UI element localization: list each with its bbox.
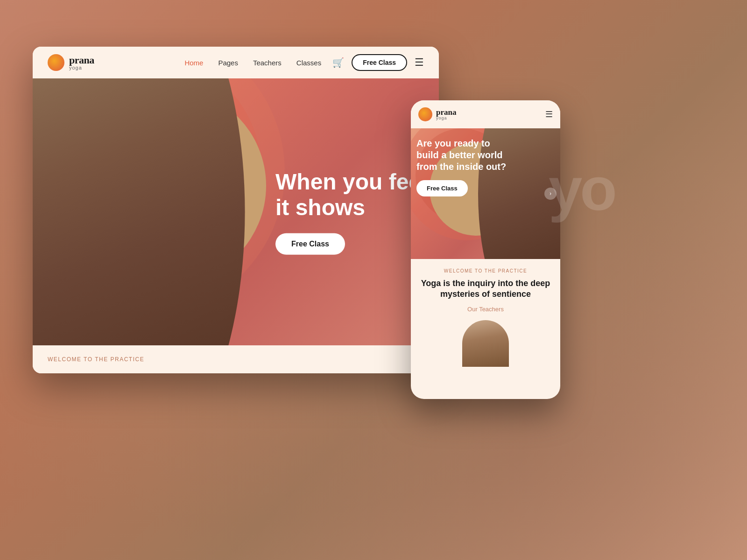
desktop-bottom: Welcome To The Practice [33, 345, 439, 373]
hero-person [33, 78, 256, 345]
mobile-logo-icon [418, 107, 432, 121]
nav-link-home[interactable]: Home [184, 59, 203, 67]
desktop-nav-links: Home Pages Teachers Classes [184, 59, 321, 67]
logo-icon [48, 54, 64, 71]
logo-name: prana [69, 55, 94, 65]
bg-yo-text: yo [549, 154, 615, 224]
mobile-free-class-button[interactable]: Free Class [416, 180, 468, 196]
nav-link-pages[interactable]: Pages [218, 59, 238, 67]
mobile-hero: Are you ready to build a better world fr… [411, 128, 560, 259]
nav-link-teachers[interactable]: Teachers [253, 59, 282, 67]
hero-text-area: When you fee it shows Free Class [275, 169, 425, 255]
mobile-hero-text: Are you ready to build a better world fr… [416, 138, 510, 196]
mobile-logo-name: prana [436, 108, 456, 116]
mobile-content: Welcome To The Practice Yoga is the inqu… [411, 259, 560, 374]
nav-link-classes[interactable]: Classes [296, 59, 321, 67]
mobile-welcome-label: Welcome To The Practice [418, 268, 553, 273]
desktop-mockup: prana yoga Home Pages Teachers Classes 🛒… [33, 47, 439, 373]
mobile-logo[interactable]: prana yoga [418, 107, 456, 121]
mobile-teacher-photo [462, 320, 509, 367]
hero-heading: When you fee it shows [275, 169, 425, 220]
mobile-mockup: prana yoga ☰ Are you ready to build a be… [411, 100, 560, 399]
logo-sub: yoga [69, 65, 94, 70]
desktop-hero: When you fee it shows Free Class [33, 78, 439, 345]
desktop-navbar: prana yoga Home Pages Teachers Classes 🛒… [33, 47, 439, 78]
desktop-logo[interactable]: prana yoga [48, 54, 94, 71]
mobile-teachers-link[interactable]: Our Teachers [418, 306, 553, 313]
mobile-hero-heading: Are you ready to build a better world fr… [416, 138, 510, 173]
desktop-free-class-button[interactable]: Free Class [352, 54, 407, 71]
desktop-welcome-text: Welcome To The Practice [48, 356, 144, 363]
mobile-logo-sub: yoga [436, 116, 456, 120]
mobile-hamburger-icon[interactable]: ☰ [545, 109, 553, 119]
mobile-tagline: Yoga is the inquiry into the deep myster… [418, 278, 553, 300]
hero-free-class-button[interactable]: Free Class [275, 233, 345, 255]
mobile-navbar: prana yoga ☰ [411, 100, 560, 128]
cart-icon[interactable]: 🛒 [332, 57, 344, 68]
desktop-hamburger-button[interactable]: ☰ [415, 56, 424, 69]
